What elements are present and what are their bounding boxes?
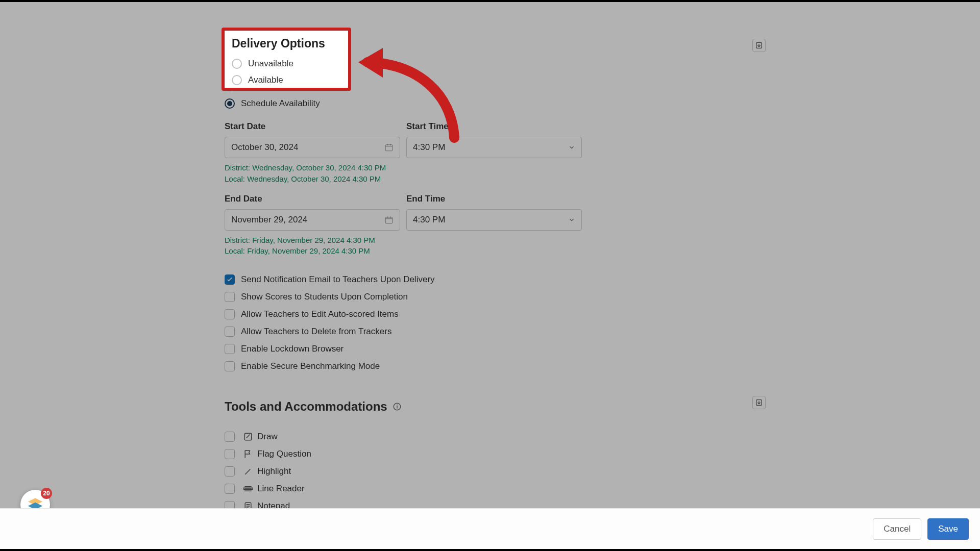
save-button[interactable]: Save (927, 518, 969, 540)
highlight-title: Delivery Options (232, 37, 341, 51)
modal-footer: Cancel Save (0, 508, 980, 549)
annotation-arrow (352, 46, 459, 143)
radio-label: Available (248, 75, 283, 85)
radio-label: Unavailable (248, 59, 293, 69)
radio-icon (232, 75, 242, 85)
highlight-delivery-options: Delivery Options Unavailable Available (222, 28, 351, 91)
cancel-button[interactable]: Cancel (873, 518, 921, 540)
radio-icon (232, 59, 242, 69)
modal-overlay (0, 2, 980, 549)
highlight-radio-available[interactable]: Available (232, 72, 341, 88)
highlight-radio-unavailable[interactable]: Unavailable (232, 56, 341, 72)
notification-count: 20 (41, 488, 52, 499)
